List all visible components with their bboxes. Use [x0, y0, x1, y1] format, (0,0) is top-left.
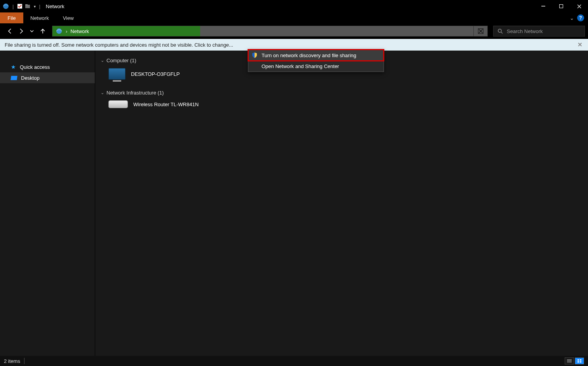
computer-icon — [108, 68, 126, 80]
network-icon — [56, 28, 63, 35]
router-item[interactable]: Wireless Router TL-WR841N — [101, 98, 588, 110]
tab-network[interactable]: Network — [23, 12, 56, 23]
status-sep — [24, 358, 24, 364]
svg-rect-13 — [580, 359, 581, 361]
svg-rect-3 — [25, 4, 28, 5]
context-menu: Turn on network discovery and file shari… — [248, 49, 384, 72]
computer-label: DESKTOP-O3FGFLP — [131, 71, 180, 77]
router-icon — [108, 100, 128, 108]
chevron-down-icon: ⌄ — [101, 90, 104, 95]
shield-icon — [251, 52, 258, 58]
recent-locations-button[interactable] — [27, 26, 37, 36]
sidebar-quick-access[interactable]: ★ Quick access — [0, 61, 95, 72]
breadcrumb-label[interactable]: Network — [70, 28, 89, 34]
qat-newfolder-icon[interactable] — [24, 3, 31, 9]
network-icon — [2, 3, 9, 10]
view-toggles — [565, 357, 584, 364]
ribbon: File Network View ⌄ ? — [0, 12, 588, 23]
svg-point-0 — [3, 4, 9, 9]
svg-rect-11 — [567, 362, 572, 362]
ctx-open-sharing-center[interactable]: Open Network and Sharing Center — [248, 61, 384, 72]
refresh-button[interactable] — [473, 26, 487, 36]
forward-button[interactable] — [16, 26, 26, 36]
help-icon[interactable]: ? — [577, 14, 584, 21]
star-icon: ★ — [11, 64, 16, 70]
ctx-item-label: Open Network and Sharing Center — [262, 63, 339, 69]
maximize-button[interactable] — [552, 0, 570, 12]
group-title: Computer (1) — [106, 58, 136, 63]
sidebar-desktop[interactable]: Desktop — [0, 72, 95, 83]
status-item-count: 2 items — [4, 358, 20, 364]
sidebar: ★ Quick access Desktop — [0, 51, 95, 356]
status-bar: 2 items — [0, 356, 588, 366]
search-box[interactable] — [493, 26, 585, 37]
minimize-button[interactable] — [534, 0, 552, 12]
ctx-item-label: Turn on network discovery and file shari… — [262, 53, 356, 58]
notification-close-icon[interactable]: ✕ — [578, 41, 583, 48]
ctx-turn-on-sharing[interactable]: Turn on network discovery and file shari… — [248, 50, 384, 61]
window-controls — [534, 0, 588, 12]
svg-rect-5 — [560, 5, 563, 8]
sidebar-item-label: Desktop — [21, 75, 40, 81]
ribbon-collapse-icon[interactable]: ⌄ — [570, 15, 574, 21]
body: ★ Quick access Desktop ⌄ Computer (1) DE… — [0, 51, 588, 356]
titlebar: | ▾ | Network — [0, 0, 588, 12]
svg-rect-14 — [578, 361, 579, 362]
titlebar-left-icons: | ▾ | — [2, 3, 42, 10]
search-icon — [497, 28, 503, 34]
sidebar-item-label: Quick access — [20, 64, 50, 70]
svg-point-6 — [56, 28, 62, 34]
nav-row: › Network — [0, 23, 588, 39]
tab-view[interactable]: View — [56, 12, 81, 23]
file-tab[interactable]: File — [0, 12, 23, 23]
address-empty[interactable] — [200, 26, 473, 36]
svg-rect-4 — [541, 6, 545, 7]
svg-rect-9 — [567, 359, 572, 360]
svg-point-8 — [498, 29, 501, 32]
svg-rect-15 — [580, 361, 581, 362]
qat-properties-icon[interactable] — [17, 3, 23, 9]
chevron-down-icon: ⌄ — [101, 58, 104, 63]
view-details-button[interactable] — [565, 357, 574, 364]
up-button[interactable] — [38, 26, 47, 36]
view-large-icons-button[interactable] — [575, 357, 584, 364]
qat-dropdown-icon[interactable]: ▾ — [34, 4, 36, 9]
group-header-network-infra[interactable]: ⌄ Network Infrastructure (1) — [101, 90, 588, 96]
desktop-icon — [10, 76, 17, 80]
search-input[interactable] — [507, 28, 581, 34]
close-button[interactable] — [570, 0, 588, 12]
address-bar[interactable]: › Network — [52, 26, 488, 37]
content-pane: ⌄ Computer (1) DESKTOP-O3FGFLP ⌄ Network… — [95, 51, 588, 356]
address-breadcrumb[interactable]: › Network — [52, 26, 200, 36]
notification-bar[interactable]: File sharing is turned off. Some network… — [0, 39, 588, 51]
breadcrumb-sep: › — [66, 28, 67, 34]
group-title: Network Infrastructure (1) — [106, 90, 164, 96]
back-button[interactable] — [5, 26, 15, 36]
router-label: Wireless Router TL-WR841N — [133, 102, 199, 107]
svg-rect-10 — [567, 361, 572, 361]
svg-rect-12 — [578, 359, 579, 361]
titlebar-sep: | — [12, 4, 14, 9]
notification-text: File sharing is turned off. Some network… — [5, 42, 233, 48]
titlebar-sep-2: | — [39, 4, 40, 9]
window-title: Network — [46, 4, 65, 9]
